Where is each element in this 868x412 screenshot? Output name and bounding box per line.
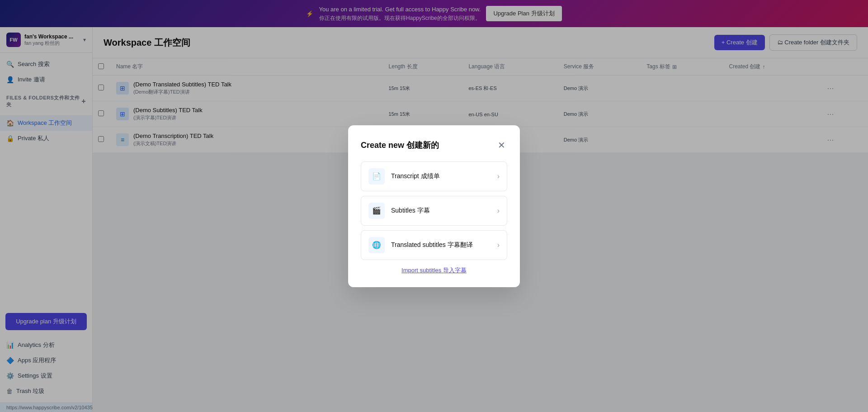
- modal-option-transcript-text: Transcript 成绩单: [391, 172, 491, 180]
- modal-option-transcript[interactable]: 📄 Transcript 成绩单 ›: [361, 161, 507, 191]
- modal-header: Create new 创建新的 ✕: [361, 138, 507, 152]
- modal-close-button[interactable]: ✕: [496, 138, 507, 152]
- transcript-label: Transcript 成绩单: [391, 172, 491, 180]
- import-subtitles-link[interactable]: Import subtitles 导入字幕: [361, 266, 507, 275]
- modal-overlay[interactable]: Create new 创建新的 ✕ 📄 Transcript 成绩单 › 🎬 S…: [0, 0, 868, 412]
- modal-option-subtitles[interactable]: 🎬 Subtitles 字幕 ›: [361, 196, 507, 226]
- modal-title: Create new 创建新的: [361, 140, 439, 151]
- subtitles-label: Subtitles 字幕: [391, 207, 491, 215]
- modal-option-translated[interactable]: 🌐 Translated subtitles 字幕翻译 ›: [361, 230, 507, 260]
- translated-icon: 🌐: [368, 237, 385, 253]
- subtitles-icon: 🎬: [368, 203, 385, 219]
- modal-option-translated-text: Translated subtitles 字幕翻译: [391, 241, 491, 249]
- create-new-modal: Create new 创建新的 ✕ 📄 Transcript 成绩单 › 🎬 S…: [348, 125, 520, 287]
- modal-option-subtitles-text: Subtitles 字幕: [391, 207, 491, 215]
- translated-chevron-icon: ›: [497, 241, 500, 249]
- transcript-chevron-icon: ›: [497, 172, 500, 180]
- transcript-icon: 📄: [368, 168, 385, 185]
- subtitles-chevron-icon: ›: [497, 207, 500, 215]
- translated-label: Translated subtitles 字幕翻译: [391, 241, 491, 249]
